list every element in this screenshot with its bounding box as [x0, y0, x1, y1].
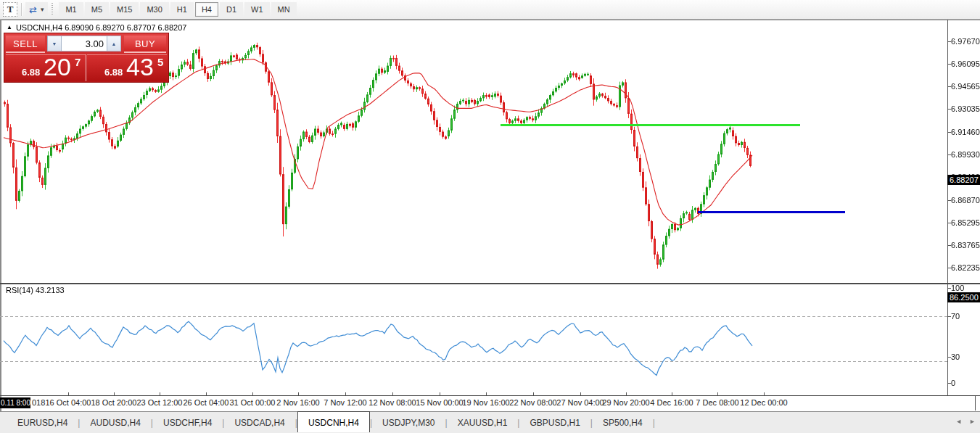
time-tick-label: 12 Nov 08:00	[368, 398, 416, 407]
timeframe-button-m30[interactable]: M30	[140, 2, 168, 17]
chart-title-text: USDCNH,H4 6.89090 6.89270 6.87707 6.8820…	[16, 23, 186, 32]
top-toolbar: T ⇄ ▾ M1M5M15M30H1H4D1W1MN	[0, 0, 980, 20]
price-tick-label: 6.89930	[951, 150, 980, 159]
bid-price-pips: 20	[44, 53, 71, 81]
rsi-indicator-label: RSI(14) 43.2133	[6, 286, 65, 294]
volume-stepper: ▼ 3.00 ▲	[47, 36, 121, 53]
chart-rsi-divider[interactable]	[0, 283, 980, 284]
time-tick-label: 31 Oct 00:00	[230, 398, 276, 407]
toolbar-drag-handle[interactable]	[51, 3, 54, 16]
text-annotation-icon[interactable]: T	[3, 2, 17, 17]
chart-tab-sp500[interactable]: SP500,H4	[593, 412, 653, 433]
chart-tab-usdjpy[interactable]: USDJPY,M30	[372, 412, 445, 433]
bid-price-base: 6.88	[22, 67, 40, 78]
time-tick-label: 15 Nov 00:00	[416, 398, 463, 407]
rsi-tick-label: 70	[951, 312, 960, 321]
timeframe-button-h1[interactable]: H1	[170, 2, 194, 17]
ask-price-pips: 43	[126, 53, 154, 81]
buy-button[interactable]: BUY	[124, 36, 166, 53]
time-tick-label: 26 Oct 04:00	[184, 398, 229, 407]
price-tick-label: 6.97670	[951, 37, 980, 46]
trading-platform-window: T ⇄ ▾ M1M5M15M30H1H4D1W1MN ▲ USDCNH,H4 6…	[0, 0, 980, 433]
bid-price-point: 7	[75, 56, 81, 68]
volume-increase-icon[interactable]: ▲	[107, 36, 121, 51]
chart-tab-gbpusd[interactable]: GBPUSD,H1	[519, 412, 590, 433]
timeframe-button-m5[interactable]: M5	[85, 2, 109, 17]
volume-input[interactable]: 3.00	[62, 36, 107, 51]
rsi-tick-label: 30	[951, 352, 960, 361]
sell-button[interactable]: SELL	[6, 36, 45, 53]
ask-price-base: 6.88	[104, 67, 123, 78]
time-crosshair-box: 0.11 8:00	[0, 397, 30, 408]
chevron-down-icon: ▾	[38, 6, 46, 13]
collapse-triangle-icon[interactable]: ▲	[7, 25, 12, 30]
bid-quote[interactable]: 6.88 20 7	[6, 54, 86, 81]
current-price-box: 6.88207	[947, 175, 980, 185]
rsi-marker-box: 86.2500	[947, 292, 980, 302]
tab-scroll-left-icon[interactable]: ◄	[955, 418, 962, 425]
tab-separator: |	[653, 418, 655, 428]
rsi-timeaxis-divider	[0, 395, 980, 396]
axis-corner-mark	[975, 396, 976, 411]
chart-tab-eurusd[interactable]: EURUSD,H4	[7, 412, 78, 433]
time-tick-label: 23 Oct 12:00	[137, 398, 183, 407]
timeframe-button-h4[interactable]: H4	[195, 2, 218, 17]
tab-scroll-right-icon[interactable]: ►	[969, 418, 976, 425]
price-tick-label: 6.91460	[951, 128, 980, 136]
symbol-tab-bar: EURUSD,H4|AUDUSD,H4|USDCHF,H4|USDCAD,H4|…	[0, 412, 980, 433]
time-tick-label: 4 Dec 16:00	[650, 398, 693, 407]
time-tick-label: 19 Nov 16:00	[462, 398, 509, 407]
timeframe-button-mn[interactable]: MN	[271, 2, 297, 17]
timeframe-button-group: M1M5M15M30H1H4D1W1MN	[58, 2, 297, 17]
trade-panel-top-row: SELL ▼ 3.00 ▲ BUY	[6, 36, 166, 53]
price-tick-label: 6.93035	[951, 104, 980, 113]
price-tick-label: 6.85295	[951, 218, 980, 227]
chart-tab-usdchf[interactable]: USDCHF,H4	[153, 412, 222, 433]
timeframe-button-m1[interactable]: M1	[59, 2, 83, 17]
tab-scroll-controls: ◄ ►	[955, 418, 976, 425]
time-tick-label: 27 Nov 04:00	[556, 398, 604, 407]
ask-price-point: 5	[157, 56, 163, 68]
volume-decrease-icon[interactable]: ▼	[47, 36, 62, 51]
trade-arrows-icon: ⇄	[28, 4, 38, 15]
timeframe-button-d1[interactable]: D1	[220, 2, 243, 17]
chart-tab-usdcad[interactable]: USDCAD,H4	[224, 412, 295, 433]
trade-arrows-button[interactable]: ⇄ ▾	[25, 2, 48, 17]
timeframe-button-m15[interactable]: M15	[110, 2, 139, 17]
one-click-trading-panel: SELL ▼ 3.00 ▲ BUY 6.88 20 7 6.88 43 5	[4, 33, 169, 83]
time-tick-label: 12 Dec 00:00	[740, 398, 787, 407]
time-tick-label: 22 Nov 08:00	[509, 398, 556, 407]
chart-tab-audusd[interactable]: AUDUSD,H4	[80, 412, 150, 433]
chart-tab-usdcnh[interactable]: USDCNH,H4	[297, 411, 370, 432]
price-tick-label: 6.82235	[951, 263, 980, 272]
price-tick-label: 6.96095	[951, 59, 980, 68]
time-axis-partial-label: 018	[32, 398, 45, 407]
rsi-tick-label: 100	[951, 284, 964, 292]
time-tick-label: 7 Nov 12:00	[324, 398, 366, 407]
chart-tab-xauusd[interactable]: XAUUSD,H1	[448, 412, 518, 433]
chart-title: ▲ USDCNH,H4 6.89090 6.89270 6.87707 6.88…	[7, 23, 186, 32]
time-tick-label: 18 Oct 20:00	[91, 398, 137, 407]
timeframe-button-w1[interactable]: W1	[244, 2, 270, 17]
time-tick-label: 7 Dec 08:00	[696, 398, 738, 407]
rsi-indicator-chart[interactable]	[0, 284, 980, 395]
price-tick-label: 6.83765	[951, 241, 980, 250]
trade-panel-quotes: 6.88 20 7 6.88 43 5	[6, 54, 167, 81]
ask-quote[interactable]: 6.88 43 5	[87, 54, 167, 81]
time-tick-label: 29 Nov 20:00	[602, 398, 649, 407]
time-tick-label: 16 Oct 04:00	[46, 398, 91, 407]
time-tick-label: 2 Nov 16:00	[276, 398, 319, 407]
toolbar-separator	[21, 3, 22, 16]
price-tick-label: 6.86870	[951, 196, 980, 205]
rsi-tick-label: 0	[951, 379, 955, 387]
price-tick-label: 6.94565	[951, 82, 980, 91]
